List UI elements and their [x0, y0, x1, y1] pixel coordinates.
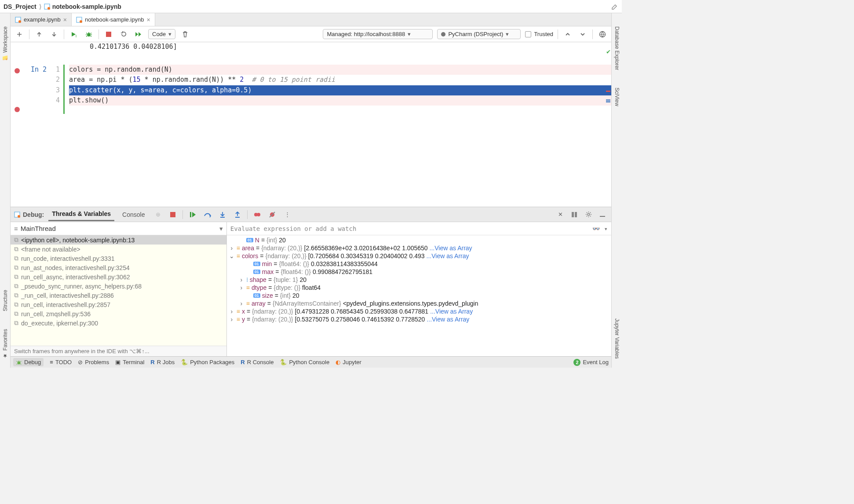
kernel-select[interactable]: PyCharm (DSProject)▾	[437, 29, 521, 39]
jupyter-server-select[interactable]: Managed: http://localhost:8888▾	[323, 29, 433, 39]
var-row[interactable]: ›⁞ shape = {tuple: 1} 20	[227, 276, 611, 284]
chevron-down-icon[interactable]: ▾	[604, 225, 608, 232]
tab-console[interactable]: Console	[119, 208, 148, 221]
frame-row[interactable]: ⧉run_cell, zmqshell.py:536	[11, 309, 226, 318]
glasses-icon[interactable]: 👓	[592, 225, 600, 232]
editor-area[interactable]: ✔ 0.42101736 0.04028106] In 2 1 2 3	[11, 42, 611, 207]
status-problems[interactable]: ⊘Problems	[78, 359, 109, 365]
frame-row[interactable]: ⧉<frame not available>	[11, 245, 226, 254]
open-browser-button[interactable]	[597, 29, 608, 40]
status-debug[interactable]: Debug	[13, 358, 44, 366]
status-r-console[interactable]: RR Console	[241, 359, 274, 365]
expand-icon[interactable]: ›	[238, 284, 245, 291]
view-breakpoints-button[interactable]	[252, 209, 263, 220]
debug-cell-button[interactable]	[84, 29, 94, 40]
frames-list[interactable]: ⧉<ipython cell>, notebook-sample.ipynb:1…	[11, 235, 226, 346]
var-row[interactable]: 01 size = {int} 20	[227, 292, 611, 299]
tab-example[interactable]: example.ipynb ×	[11, 13, 72, 26]
status-r-jobs[interactable]: RR Jobs	[150, 359, 175, 365]
tool-database-explorer[interactable]: Database Explorer	[614, 26, 620, 70]
breakpoint-gutter[interactable]	[11, 65, 24, 114]
expand-icon[interactable]: ›	[229, 245, 235, 252]
cell-type-select[interactable]: Code▾	[148, 29, 175, 39]
step-into-button[interactable]	[217, 209, 228, 220]
tab-notebook-sample[interactable]: notebook-sample.ipynb ×	[72, 13, 155, 26]
frame-row[interactable]: ⧉<ipython cell>, notebook-sample.ipynb:1…	[11, 235, 226, 245]
close-tab-icon[interactable]: ×	[146, 16, 150, 23]
stop-debug-button[interactable]	[168, 209, 178, 220]
view-as-array-link[interactable]: ...View as Array	[427, 252, 469, 259]
tool-structure[interactable]: Structure	[2, 290, 8, 311]
minimize-panel-icon[interactable]	[597, 209, 608, 220]
thread-selector[interactable]: ≡ MainThread ▾	[11, 222, 226, 235]
layout-icon[interactable]	[569, 209, 580, 220]
restart-button[interactable]	[118, 29, 129, 40]
settings-icon[interactable]	[583, 209, 594, 220]
var-row[interactable]: ›≡ y = {ndarray: (20,)} [0.53275075 0.27…	[227, 315, 611, 323]
status-terminal[interactable]: ▣Terminal	[115, 359, 144, 365]
var-row[interactable]: ›≡ area = {ndarray: (20,)} [2.66558369e+…	[227, 244, 611, 252]
frame-row[interactable]: ⧉_run_cell, interactiveshell.py:2886	[11, 291, 226, 300]
view-as-array-link[interactable]: ...View as Array	[430, 308, 473, 315]
edit-icon[interactable]	[611, 3, 618, 10]
frame-row[interactable]: ⧉run_ast_nodes, interactiveshell.py:3254	[11, 263, 226, 272]
trusted-checkbox[interactable]	[525, 31, 531, 37]
frame-row[interactable]: ⧉run_cell_async, interactiveshell.py:306…	[11, 272, 226, 281]
status-python-packages[interactable]: 🐍Python Packages	[181, 359, 234, 365]
add-config-icon[interactable]: ⊕	[153, 209, 163, 220]
step-over-button[interactable]	[202, 209, 213, 220]
view-as-array-link[interactable]: ...View as Array	[430, 245, 472, 252]
var-row[interactable]: ⌄≡ colors = {ndarray: (20,)} [0.7205684 …	[227, 252, 611, 260]
breadcrumb-file[interactable]: notebook-sample.ipynb	[52, 3, 121, 10]
var-row[interactable]: 01 max = {float64: ()} 0.990884726279518…	[227, 268, 611, 276]
status-event-log[interactable]: 2 Event Log	[573, 359, 609, 366]
expand-icon[interactable]: ›	[238, 276, 245, 283]
frame-row[interactable]: ⧉run_code, interactiveshell.py:3331	[11, 254, 226, 263]
breakpoint-icon[interactable]	[15, 68, 20, 73]
var-row[interactable]: ›≡ dtype = {dtype: ()} float64	[227, 284, 611, 292]
delete-cell-button[interactable]	[180, 29, 190, 40]
tool-jupyter-variables[interactable]: Jupyter Variables	[614, 318, 620, 359]
editor-minimap[interactable]: ✔	[603, 42, 611, 207]
tool-favorites[interactable]: ★Favorites	[2, 329, 8, 359]
evaluate-expression-input[interactable]: Evaluate expression or add a watch 👓 ▾	[227, 222, 611, 235]
var-row[interactable]: 01 min = {float64: ()} 0.032838114383355…	[227, 260, 611, 268]
prev-cell-button[interactable]	[562, 29, 573, 40]
expand-icon[interactable]: ›	[229, 316, 235, 323]
cell-body[interactable]: colors = np.random.rand(N) area = np.pi …	[63, 65, 611, 114]
expand-icon[interactable]: ›	[229, 308, 235, 315]
step-out-button[interactable]	[232, 209, 243, 220]
tool-workspace[interactable]: 📁Workspace	[2, 26, 8, 62]
breakpoint-icon[interactable]	[15, 107, 20, 112]
trusted-toggle[interactable]: Trusted	[525, 31, 553, 37]
move-down-button[interactable]	[49, 29, 59, 40]
var-row[interactable]: ›≡ array = {NdArrayItemsContainer} <pyde…	[227, 299, 611, 307]
var-row[interactable]: 01 N = {int} 20	[227, 236, 611, 244]
resume-button[interactable]	[187, 209, 198, 220]
run-all-button[interactable]	[133, 29, 144, 40]
collapse-icon[interactable]: ⌄	[229, 252, 235, 259]
close-tab-icon[interactable]: ×	[63, 16, 67, 23]
view-as-array-link[interactable]: ...View as Array	[427, 316, 469, 323]
frame-row[interactable]: ⧉run_cell, interactiveshell.py:2857	[11, 300, 226, 309]
variables-tree[interactable]: 01 N = {int} 20 ›≡ area = {ndarray: (20,…	[227, 235, 611, 356]
status-todo[interactable]: ≡TODO	[50, 359, 72, 365]
more-icon[interactable]: ⋮	[282, 209, 292, 220]
frame-row[interactable]: ⧉do_execute, ipkernel.py:300	[11, 318, 226, 328]
add-cell-button[interactable]	[14, 29, 25, 40]
mute-breakpoints-button[interactable]	[267, 209, 277, 220]
frame-row[interactable]: ⧉_pseudo_sync_runner, async_helpers.py:6…	[11, 281, 226, 291]
tool-sciview[interactable]: SciView	[614, 88, 620, 106]
status-jupyter[interactable]: ◐Jupyter	[336, 359, 361, 365]
breadcrumb-project[interactable]: DS_Project	[4, 3, 36, 10]
move-up-button[interactable]	[34, 29, 44, 40]
run-cell-button[interactable]: I	[69, 29, 79, 40]
next-cell-button[interactable]	[577, 29, 588, 40]
status-python-console[interactable]: 🐍Python Console	[280, 359, 329, 365]
var-row[interactable]: ›≡ x = {ndarray: (20,)} [0.47931228 0.76…	[227, 307, 611, 315]
code-cell[interactable]: In 2 1 2 3 4 colors = np.random.rand(N) …	[11, 65, 611, 114]
stop-button[interactable]	[103, 29, 114, 40]
expand-icon[interactable]: ›	[238, 300, 245, 307]
tab-threads-variables[interactable]: Threads & Variables	[48, 208, 114, 221]
close-panel-icon[interactable]: ✕	[555, 209, 566, 220]
